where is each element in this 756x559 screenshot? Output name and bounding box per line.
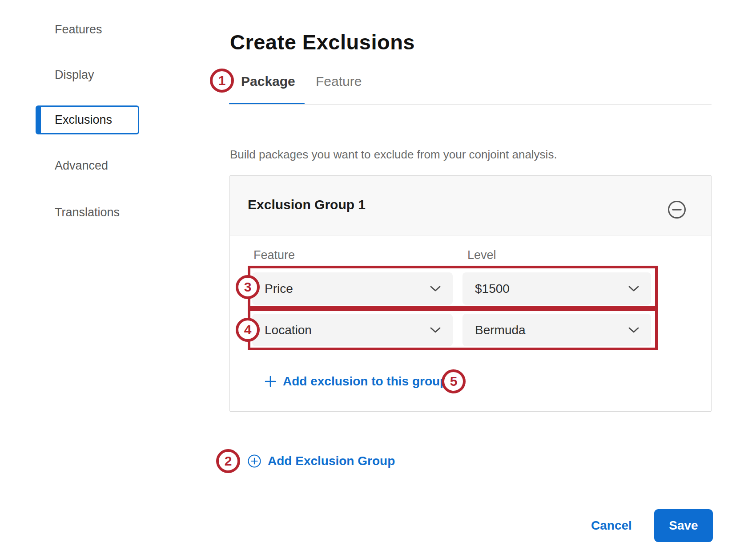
level-select-row1[interactable]: $1500 <box>462 272 651 305</box>
sidebar-item-advanced[interactable]: Advanced <box>55 158 108 174</box>
column-header-level: Level <box>467 248 496 262</box>
add-exclusion-group-link[interactable]: Add Exclusion Group <box>247 453 395 470</box>
level-select-row2[interactable]: Bermuda <box>462 314 651 346</box>
page-title: Create Exclusions <box>230 29 415 56</box>
chevron-down-icon <box>628 327 639 333</box>
cancel-button[interactable]: Cancel <box>589 516 634 535</box>
chevron-down-icon <box>628 285 639 292</box>
save-button[interactable]: Save <box>654 509 713 542</box>
level-select-value: $1500 <box>475 282 510 296</box>
column-header-feature: Feature <box>253 248 295 262</box>
plus-circle-icon <box>247 454 261 468</box>
remove-group-button[interactable] <box>668 200 686 219</box>
chevron-down-icon <box>430 285 441 292</box>
feature-select-value: Price <box>265 282 293 296</box>
minus-circle-icon <box>668 200 686 219</box>
annotation-step-1: 1 <box>210 69 234 93</box>
tab-divider-line <box>229 104 712 105</box>
tab-feature[interactable]: Feature <box>316 73 362 90</box>
sidebar-item-exclusions[interactable]: Exclusions <box>36 105 139 134</box>
sidebar-item-features[interactable]: Features <box>55 21 102 37</box>
level-select-value: Bermuda <box>475 323 526 337</box>
add-exclusion-group-label: Add Exclusion Group <box>268 454 395 468</box>
exclusion-group-title: Exclusion Group 1 <box>248 197 366 212</box>
feature-select-row2[interactable]: Location <box>252 314 453 346</box>
feature-select-value: Location <box>265 323 312 337</box>
sidebar-item-display[interactable]: Display <box>55 67 94 83</box>
feature-select-row1[interactable]: Price <box>252 272 453 305</box>
page-description: Build packages you want to exclude from … <box>230 148 557 162</box>
sidebar-item-translations[interactable]: Translations <box>55 204 120 220</box>
tab-package[interactable]: Package <box>241 73 295 90</box>
chevron-down-icon <box>430 327 441 333</box>
exclusion-group-header: Exclusion Group 1 <box>230 176 711 235</box>
sidebar-item-label: Exclusions <box>55 107 112 133</box>
plus-icon <box>264 375 277 388</box>
annotation-step-2: 2 <box>216 449 240 473</box>
add-exclusion-label: Add exclusion to this group <box>283 374 447 389</box>
add-exclusion-to-group-link[interactable]: Add exclusion to this group <box>264 373 447 390</box>
